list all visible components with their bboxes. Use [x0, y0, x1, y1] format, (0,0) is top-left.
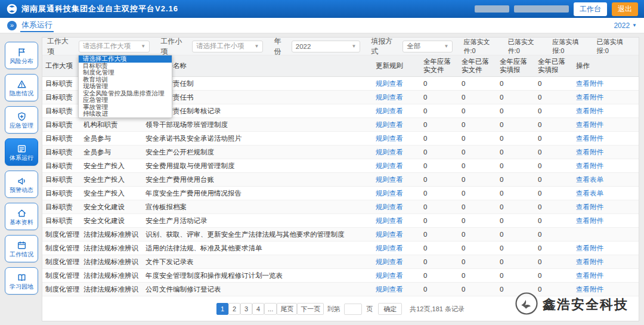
page-button[interactable]: 1	[216, 303, 228, 315]
dropdown-option[interactable]: 应急管理	[79, 97, 172, 104]
goto-suffix-label: 页	[366, 305, 373, 314]
rule-view-link[interactable]: 规则查看	[376, 272, 403, 279]
action-link[interactable]: 查看表单	[576, 176, 603, 183]
sidebar-item-risk[interactable]: 风险分布	[5, 42, 38, 69]
count-cell: 0	[420, 213, 459, 227]
rule-view-link[interactable]: 规则查看	[376, 94, 403, 101]
action-link[interactable]: 查看附件	[576, 135, 603, 142]
rule-view-link[interactable]: 规则查看	[376, 258, 403, 265]
count-cell: 0	[459, 172, 497, 186]
action-link[interactable]: 查看附件	[576, 286, 603, 293]
action-link[interactable]: 查看附件	[576, 107, 603, 114]
rule-cell: 规则查看	[373, 90, 420, 104]
dropdown-option[interactable]: 事故管理	[79, 104, 172, 111]
action-link[interactable]: 查看附件	[576, 94, 603, 101]
dropdown-option[interactable]: 教育培训	[79, 76, 172, 83]
mode-select[interactable]: 全部 ▼	[402, 41, 453, 52]
year-dropdown[interactable]: 2022 ▼	[614, 21, 637, 30]
count-cell: 0	[459, 200, 497, 213]
action-link[interactable]: 查看附件	[576, 80, 603, 87]
topbar: 湖南展通科技集团企业自主双控平台V2.16 工作台 退出	[0, 0, 644, 18]
logout-button[interactable]: 退出	[612, 2, 638, 16]
sidebar-item-system[interactable]: 体系运行	[5, 138, 38, 166]
sidebar-item-emergency[interactable]: 应急管理	[5, 106, 38, 134]
table-row: 目标职责安全文化建设宣传板报档案规则查看0000查看附件	[42, 200, 639, 213]
page-button[interactable]: 4	[252, 303, 264, 315]
doc-name-cell: 识别、获取、评审、更新安全生产法律法规与其他要求的管理制度	[143, 227, 373, 241]
mode-filter-label: 填报方式	[371, 36, 399, 57]
rule-view-link[interactable]: 规则查看	[376, 286, 403, 293]
rule-view-link[interactable]: 规则查看	[376, 203, 403, 211]
action-link[interactable]: 查看附件	[576, 121, 603, 128]
page-button[interactable]: 3	[240, 303, 252, 315]
dropdown-option[interactable]: 目标职责	[79, 63, 172, 70]
rule-view-link[interactable]: 规则查看	[376, 80, 403, 87]
sidebar-item-label: 工作情况	[10, 252, 33, 258]
page-button[interactable]: 2	[228, 303, 240, 315]
rule-view-link[interactable]: 规则查看	[376, 135, 403, 142]
goto-confirm-button[interactable]: 确定	[378, 303, 402, 315]
major-cell: 目标职责	[42, 90, 80, 104]
count-cell: 0	[535, 172, 573, 186]
dropdown-option[interactable]: 持续改进	[79, 110, 172, 117]
action-link[interactable]: 查看表单	[576, 190, 603, 197]
dropdown-option[interactable]: 现场管理	[79, 83, 172, 90]
year-filter-select[interactable]: 2022 ▼	[292, 41, 360, 52]
minor-cell: 安全文化建设	[80, 213, 143, 227]
count-cell: 0	[497, 282, 535, 296]
breadcrumb: 体系运行	[20, 18, 54, 32]
column-header: 全年应落实文件	[420, 55, 459, 76]
sidebar-item-label: 应急管理	[10, 123, 33, 129]
system-run-icon	[17, 144, 27, 154]
action-link[interactable]: 查看附件	[576, 244, 603, 252]
rule-view-link[interactable]: 规则查看	[376, 176, 403, 183]
rule-view-link[interactable]: 规则查看	[376, 244, 403, 252]
action-link[interactable]: 查看附件	[576, 203, 603, 211]
count-cell: 0	[459, 213, 497, 227]
doc-name-cell: 年度安全生产费用使用情况报告	[143, 186, 373, 200]
sidebar-item-learn[interactable]: 学习园地	[5, 267, 38, 295]
column-header: 全年已落实文件	[459, 55, 497, 76]
year-value: 2022	[614, 21, 630, 30]
action-link[interactable]: 查看附件	[576, 148, 603, 156]
action-link[interactable]: 查看附件	[576, 162, 603, 169]
page-ellipsis[interactable]: ...	[264, 303, 277, 315]
rule-view-link[interactable]: 规则查看	[376, 162, 403, 169]
column-header: 全年已落实填报	[535, 55, 573, 76]
count-cell: 0	[535, 255, 573, 268]
action-link[interactable]: 查看附件	[576, 258, 603, 265]
count-cell: 0	[535, 227, 573, 241]
action-cell: 查看附件	[573, 200, 639, 213]
sidebar-item-hazard[interactable]: 隐患情况	[5, 74, 38, 101]
major-cell: 目标职责	[42, 159, 80, 172]
dropdown-option[interactable]: 安全风险管控及隐患排查治理	[79, 90, 172, 97]
count-cell: 0	[497, 200, 535, 213]
double-chevron-icon[interactable]: »	[7, 21, 17, 30]
next-page-button[interactable]: 下一页	[297, 303, 324, 315]
count-cell: 0	[420, 255, 459, 268]
breadcrumb-bar: » 体系运行 2022 ▼	[0, 18, 644, 33]
action-cell: 查看附件	[573, 241, 639, 255]
rule-view-link[interactable]: 规则查看	[376, 148, 403, 156]
workbench-button[interactable]: 工作台	[574, 2, 607, 16]
rule-view-link[interactable]: 规则查看	[376, 107, 403, 114]
dropdown-option[interactable]: 请选择工作大项	[79, 55, 172, 63]
major-select[interactable]: 请选择工作大项 ▼	[79, 41, 150, 52]
rule-view-link[interactable]: 规则查看	[376, 121, 403, 128]
goto-page-input[interactable]	[344, 304, 362, 315]
action-link[interactable]: 查看附件	[576, 272, 603, 279]
sidebar-item-alert[interactable]: 预警动态	[5, 171, 38, 198]
sidebar-item-work[interactable]: 工作情况	[5, 235, 38, 262]
action-link[interactable]: 查看附件	[576, 217, 603, 224]
rule-view-link[interactable]: 规则查看	[376, 231, 403, 238]
count-cell: 0	[535, 159, 573, 172]
sidebar-item-label: 体系运行	[10, 155, 33, 161]
minor-cell: 法律法规标准辨识	[80, 282, 143, 296]
minor-select[interactable]: 请选择工作小项 ▼	[192, 41, 263, 52]
last-page-button[interactable]: 尾页	[277, 303, 297, 315]
rule-view-link[interactable]: 规则查看	[376, 190, 403, 197]
rule-view-link[interactable]: 规则查看	[376, 217, 403, 224]
sidebar-item-basic[interactable]: 基本资料	[5, 203, 38, 230]
pagination: 1234...尾页下一页 到第 页 确定 共12页,181 条记录	[42, 298, 639, 321]
dropdown-option[interactable]: 制度化管理	[79, 69, 172, 76]
